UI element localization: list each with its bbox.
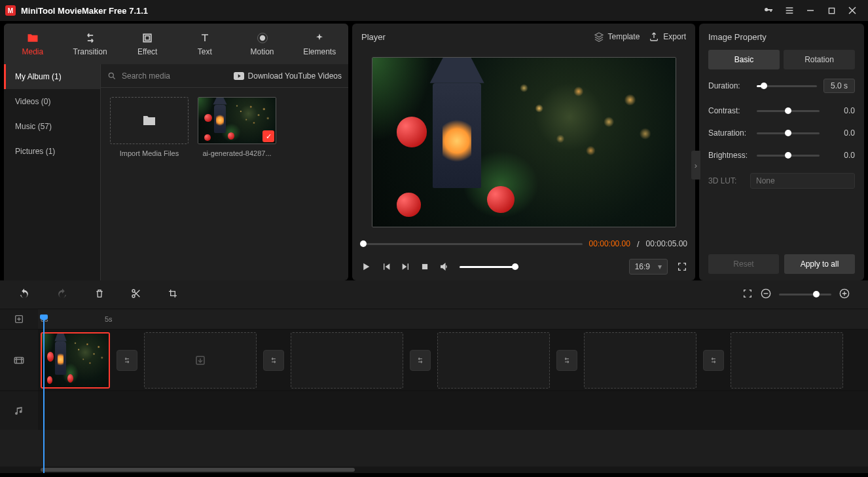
scrub-handle[interactable]	[360, 240, 367, 247]
redo-button[interactable]	[56, 288, 68, 301]
transition-slot[interactable]	[556, 350, 577, 371]
tab-effect[interactable]: Effect	[118, 24, 176, 64]
media-clip-1[interactable]: ✓ ai-generated-84287...	[198, 97, 276, 157]
contrast-row: Contrast: 0.0	[708, 106, 855, 115]
stop-button[interactable]	[420, 262, 429, 271]
crop-button[interactable]	[168, 288, 178, 301]
contrast-slider[interactable]	[757, 110, 820, 112]
empty-slot[interactable]	[584, 332, 696, 389]
current-time: 00:00:00.00	[589, 239, 630, 248]
duration-label: Duration:	[708, 81, 750, 90]
plus-icon	[14, 314, 24, 324]
collapse-panel-button[interactable]: ›	[691, 151, 700, 180]
app-title: MiniTool MovieMaker Free 7.1.1	[21, 6, 758, 16]
fit-button[interactable]	[742, 288, 753, 301]
volume-button[interactable]	[439, 261, 450, 273]
template-button[interactable]: Template	[594, 31, 640, 42]
delete-button[interactable]	[94, 288, 105, 301]
titlebar: M MiniTool MovieMaker Free 7.1.1	[0, 0, 868, 21]
volume-slider[interactable]	[460, 266, 518, 268]
menu-icon[interactable]	[779, 0, 800, 21]
album-music[interactable]: Music (57)	[4, 114, 100, 139]
zoom-in-button[interactable]	[839, 288, 850, 301]
album-my-album[interactable]: My Album (1)	[4, 64, 100, 89]
license-key-icon[interactable]	[758, 0, 779, 21]
reset-button[interactable]: Reset	[708, 254, 779, 274]
brightness-row: Brightness: 0.0	[708, 151, 855, 160]
close-button[interactable]	[842, 0, 863, 21]
zoom-slider[interactable]	[779, 294, 831, 296]
zoom-handle[interactable]	[813, 291, 820, 297]
video-track-body[interactable]	[38, 330, 868, 391]
slider-handle[interactable]	[761, 83, 767, 89]
album-pictures[interactable]: Pictures (1)	[4, 139, 100, 164]
play-button[interactable]	[360, 261, 372, 273]
download-youtube-link[interactable]: Download YouTube Videos	[234, 71, 342, 81]
volume-handle[interactable]	[512, 263, 518, 270]
tab-transition[interactable]: Transition	[62, 24, 119, 64]
transition-slot[interactable]	[703, 350, 724, 371]
apply-all-button[interactable]: Apply to all	[784, 254, 855, 274]
tab-text[interactable]: Text	[176, 24, 234, 64]
tab-motion[interactable]: Motion	[234, 24, 291, 64]
prop-tab-rotation[interactable]: Rotation	[784, 50, 855, 69]
tab-media-label: Media	[22, 47, 43, 56]
minimize-button[interactable]	[800, 0, 821, 21]
slider-handle[interactable]	[785, 130, 791, 136]
add-track-button[interactable]	[0, 309, 38, 329]
lut-select[interactable]: None	[750, 173, 855, 189]
music-icon	[14, 406, 24, 416]
music-track-head[interactable]	[0, 391, 38, 430]
export-icon	[649, 31, 659, 42]
timeline-clip-1[interactable]	[41, 332, 110, 389]
undo-button[interactable]	[18, 288, 30, 301]
next-frame-button[interactable]	[401, 261, 411, 272]
empty-slot[interactable]	[437, 332, 550, 389]
tick-5: 5s	[105, 315, 113, 323]
album-videos[interactable]: Videos (0)	[4, 89, 100, 114]
tab-media[interactable]: Media	[4, 24, 62, 64]
empty-slot[interactable]	[731, 332, 843, 389]
preview-image	[372, 57, 676, 227]
brightness-value: 0.0	[826, 151, 855, 160]
saturation-slider[interactable]	[757, 132, 820, 134]
playhead[interactable]	[43, 320, 45, 473]
tab-transition-label: Transition	[73, 47, 107, 56]
prop-tab-basic[interactable]: Basic	[708, 50, 780, 69]
maximize-button[interactable]	[821, 0, 842, 21]
brightness-slider[interactable]	[757, 155, 820, 157]
time-ruler[interactable]: 0s 5s	[0, 309, 868, 329]
import-media-button[interactable]: Import Media Files	[110, 97, 189, 157]
split-button[interactable]	[131, 288, 141, 301]
empty-slot[interactable]	[291, 332, 403, 389]
prop-title: Image Property	[699, 24, 864, 50]
transition-slot[interactable]	[117, 350, 137, 371]
download-youtube-label: Download YouTube Videos	[248, 71, 342, 81]
export-button[interactable]: Export	[649, 31, 686, 42]
music-track	[0, 391, 868, 430]
media-panel: Media Transition Effect Text Motion Elem…	[4, 24, 348, 280]
zoom-out-button[interactable]	[761, 288, 771, 301]
duration-value[interactable]: 5.0 s	[823, 79, 855, 93]
prev-frame-button[interactable]	[381, 261, 391, 272]
image-property-panel: Image Property Basic Rotation Duration: …	[699, 24, 864, 280]
aspect-ratio-select[interactable]: 16:9	[629, 259, 668, 275]
empty-slot[interactable]	[144, 332, 257, 389]
transition-slot[interactable]	[263, 350, 284, 371]
duration-slider[interactable]	[757, 85, 817, 87]
video-track-head[interactable]	[0, 330, 38, 391]
search-input[interactable]	[122, 71, 228, 81]
slider-handle[interactable]	[785, 107, 791, 114]
svg-point-8	[132, 290, 135, 292]
scroll-thumb[interactable]	[41, 468, 355, 472]
horizontal-scrollbar[interactable]	[0, 467, 868, 473]
transition-slot[interactable]	[410, 350, 431, 371]
effect-icon	[141, 31, 154, 45]
tab-elements-label: Elements	[303, 47, 336, 56]
music-track-body[interactable]	[38, 391, 868, 430]
slider-handle[interactable]	[785, 152, 791, 159]
tab-elements[interactable]: Elements	[291, 24, 348, 64]
scrub-bar[interactable]	[360, 243, 583, 245]
fullscreen-button[interactable]	[677, 261, 687, 272]
template-label: Template	[608, 32, 640, 41]
